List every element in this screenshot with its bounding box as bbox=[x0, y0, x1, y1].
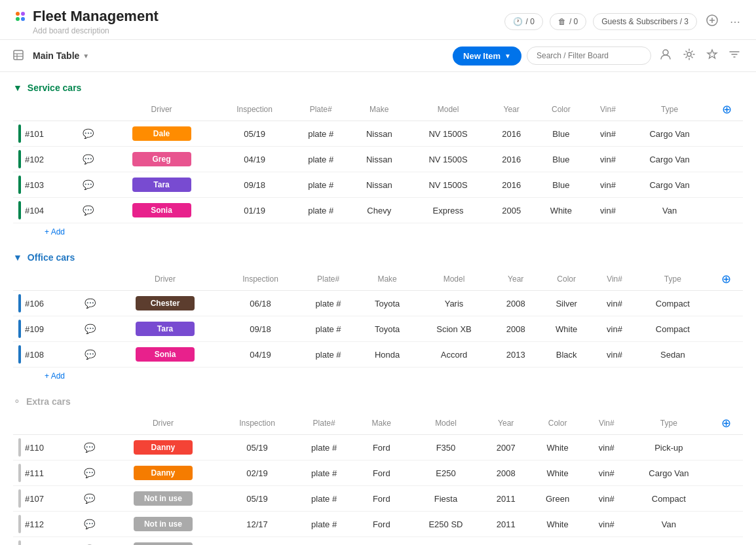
driver-cell[interactable]: Not in use bbox=[107, 512, 219, 537]
more-options-icon[interactable]: ⋯ bbox=[727, 13, 743, 31]
driver-badge: Tara bbox=[136, 322, 195, 336]
app-title-text: Fleet Management bbox=[33, 8, 159, 25]
comment-cell[interactable]: 💬 bbox=[71, 435, 107, 460]
col-header-inspection-sc: Inspection bbox=[217, 98, 292, 121]
empty-cell bbox=[709, 342, 743, 367]
col-header-add-oc[interactable]: ⊕ bbox=[709, 268, 743, 291]
content-area: ▼ Service cars Driver Inspection Plate# … bbox=[0, 72, 756, 545]
comment-icon[interactable]: 💬 bbox=[84, 493, 95, 504]
toolbar: Main Table ▼ New Item ▼ bbox=[0, 40, 756, 72]
comment-cell[interactable]: 💬 bbox=[71, 121, 105, 147]
service-cars-add-label[interactable]: + Add bbox=[45, 227, 65, 236]
color-cell: Silver bbox=[540, 291, 593, 316]
new-item-button[interactable]: New Item ▼ bbox=[453, 47, 521, 66]
group-office-cars-toggle[interactable]: ▼ bbox=[13, 252, 22, 263]
main-table-button[interactable]: Main Table ▼ bbox=[28, 48, 94, 64]
pin-icon[interactable] bbox=[704, 46, 721, 66]
row-id-cell: #109 bbox=[13, 316, 72, 342]
group-service-cars-title[interactable]: Service cars bbox=[28, 83, 82, 93]
office-cars-add-label[interactable]: + Add bbox=[45, 371, 65, 381]
driver-cell[interactable]: Not in use bbox=[107, 486, 219, 512]
driver-cell[interactable]: Danny bbox=[107, 460, 219, 486]
table-row: #112💬Not in use12/17plate #FordE250 SD20… bbox=[13, 512, 743, 537]
year-cell: 2007 bbox=[482, 435, 530, 460]
col-header-vin-oc: Vin# bbox=[593, 268, 636, 291]
app-header: Fleet Management Add board description bbox=[13, 8, 159, 35]
comment-cell[interactable]: 💬 bbox=[72, 342, 107, 367]
group-extra-cars-title[interactable]: Extra cars bbox=[26, 396, 71, 407]
search-input[interactable] bbox=[527, 47, 651, 65]
comment-icon[interactable]: 💬 bbox=[83, 205, 94, 216]
driver-cell[interactable]: Sonia bbox=[105, 198, 217, 223]
driver-cell[interactable]: Not in use bbox=[107, 537, 219, 546]
col-header-make-oc: Make bbox=[358, 268, 416, 291]
comment-icon[interactable]: 💬 bbox=[84, 442, 95, 453]
comment-cell[interactable]: 💬 bbox=[71, 147, 105, 172]
empty-cell bbox=[710, 435, 743, 460]
guests-button[interactable]: Guests & Subscribers / 3 bbox=[593, 13, 697, 30]
driver-cell[interactable]: Sonia bbox=[108, 342, 223, 367]
comment-cell[interactable]: 💬 bbox=[71, 486, 107, 512]
comment-cell[interactable]: 💬 bbox=[71, 172, 105, 198]
empty-cell bbox=[710, 512, 743, 537]
col-header-make-ec: Make bbox=[353, 412, 409, 435]
comment-cell[interactable]: 💬 bbox=[71, 537, 107, 546]
driver-cell[interactable]: Tara bbox=[105, 172, 217, 198]
filter-icon[interactable] bbox=[726, 46, 743, 66]
col-header-year-ec: Year bbox=[482, 412, 530, 435]
driver-cell[interactable]: Tara bbox=[108, 316, 223, 342]
group-office-cars-title[interactable]: Office cars bbox=[28, 252, 75, 263]
make-cell: Nissan bbox=[350, 172, 409, 198]
comment-icon[interactable]: 💬 bbox=[85, 349, 96, 360]
user-icon[interactable] bbox=[656, 45, 675, 66]
comment-icon[interactable]: 💬 bbox=[84, 519, 95, 529]
comment-cell[interactable]: 💬 bbox=[71, 198, 105, 223]
driver-cell[interactable]: Chester bbox=[108, 291, 223, 316]
col-header-type-sc: Type bbox=[629, 98, 710, 121]
driver-cell[interactable]: Danny bbox=[107, 435, 219, 460]
table-row: #113💬Not in use02/18plate #ChevyExpress2… bbox=[13, 537, 743, 546]
top-bar-actions: 🕐 / 0 🗑 / 0 Guests & Subscribers / 3 ⋯ bbox=[504, 12, 743, 31]
office-cars-add-row[interactable]: + Add bbox=[13, 367, 743, 381]
col-header-add-ec[interactable]: ⊕ bbox=[710, 412, 743, 435]
model-cell: Express bbox=[409, 198, 488, 223]
model-cell: Fiesta bbox=[409, 486, 482, 512]
type-cell: Pick-up bbox=[628, 435, 709, 460]
comment-icon[interactable]: 💬 bbox=[83, 179, 94, 190]
vin-cell: vin# bbox=[593, 316, 636, 342]
color-cell: White bbox=[530, 512, 586, 537]
comment-cell[interactable]: 💬 bbox=[72, 316, 107, 342]
col-header-add-sc[interactable]: ⊕ bbox=[710, 98, 743, 121]
col-header-id-oc bbox=[13, 268, 72, 291]
comment-icon[interactable]: 💬 bbox=[83, 128, 94, 139]
app-subtitle[interactable]: Add board description bbox=[13, 26, 159, 35]
comment-icon[interactable]: 💬 bbox=[85, 298, 96, 309]
year-cell: 2008 bbox=[491, 291, 540, 316]
inspection-cell: 09/18 bbox=[222, 316, 298, 342]
comment-icon[interactable]: 💬 bbox=[85, 324, 96, 334]
comment-icon[interactable]: 💬 bbox=[83, 154, 94, 164]
svg-point-3 bbox=[21, 17, 25, 21]
invite-icon[interactable] bbox=[704, 12, 721, 31]
col-header-id-ec bbox=[13, 412, 71, 435]
driver-badge: Tara bbox=[132, 178, 191, 192]
col-header-year-oc: Year bbox=[491, 268, 540, 291]
activity-button[interactable]: 🕐 / 0 bbox=[504, 13, 543, 30]
inbox-button[interactable]: 🗑 / 0 bbox=[550, 13, 586, 30]
row-id: #110 bbox=[25, 443, 44, 453]
service-cars-add-row[interactable]: + Add bbox=[13, 223, 743, 236]
activity-count: / 0 bbox=[526, 17, 535, 26]
color-bar bbox=[18, 201, 21, 219]
comment-cell[interactable]: 💬 bbox=[72, 291, 107, 316]
group-service-cars-toggle[interactable]: ▼ bbox=[13, 83, 22, 93]
comment-cell[interactable]: 💬 bbox=[71, 460, 107, 486]
settings-icon[interactable] bbox=[680, 45, 698, 66]
col-header-inspection-oc: Inspection bbox=[222, 268, 298, 291]
comment-cell[interactable]: 💬 bbox=[71, 512, 107, 537]
driver-cell[interactable]: Dale bbox=[105, 121, 217, 147]
driver-cell[interactable]: Greg bbox=[105, 147, 217, 172]
group-extra-cars-toggle[interactable]: ⚬ bbox=[13, 396, 21, 407]
vin-cell: vin# bbox=[587, 147, 629, 172]
empty-cell bbox=[710, 198, 743, 223]
comment-icon[interactable]: 💬 bbox=[84, 468, 95, 478]
